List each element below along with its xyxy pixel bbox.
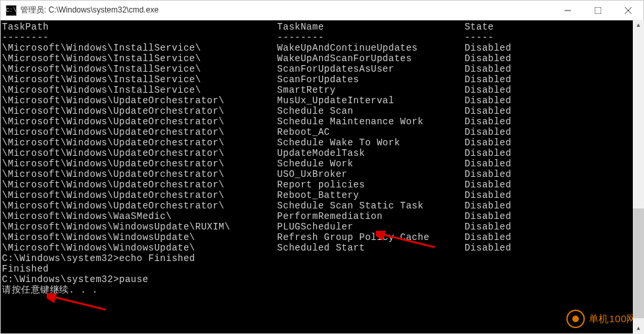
watermark-logo-icon bbox=[566, 310, 585, 328]
watermark: 单机100网 bbox=[566, 310, 637, 328]
terminal-output[interactable]: TaskPath TaskName State-------- --------… bbox=[1, 20, 643, 333]
cmd-window: C:\ 管理员: C:\Windows\system32\cmd.exe Tas… bbox=[0, 0, 644, 334]
terminal-line: \Microsoft\Windows\InstallService\ ScanF… bbox=[2, 74, 642, 85]
terminal-line: 请按任意键继续. . . bbox=[2, 285, 642, 295]
terminal-line: \Microsoft\Windows\InstallService\ Smart… bbox=[2, 85, 642, 95]
terminal-line: \Microsoft\Windows\WindowsUpdate\ Schedu… bbox=[2, 243, 642, 253]
close-button[interactable] bbox=[613, 1, 643, 20]
terminal-line: C:\Windows\system32>pause bbox=[2, 274, 642, 285]
terminal-line: \Microsoft\Windows\UpdateOrchestrator\ R… bbox=[2, 190, 642, 201]
minimize-button[interactable] bbox=[553, 1, 583, 20]
terminal-line: TaskPath TaskName State bbox=[2, 22, 642, 32]
terminal-line: \Microsoft\Windows\UpdateOrchestrator\ S… bbox=[2, 137, 642, 148]
terminal-line: \Microsoft\Windows\WindowsUpdate\ Refres… bbox=[2, 232, 642, 243]
terminal-line: \Microsoft\Windows\InstallService\ WakeU… bbox=[2, 53, 642, 64]
titlebar[interactable]: C:\ 管理员: C:\Windows\system32\cmd.exe bbox=[1, 1, 643, 20]
terminal-line: \Microsoft\Windows\UpdateOrchestrator\ U… bbox=[2, 148, 642, 158]
terminal-line: \Microsoft\Windows\WaaSMedic\ PerformRem… bbox=[2, 211, 642, 222]
terminal-line: \Microsoft\Windows\UpdateOrchestrator\ R… bbox=[2, 127, 642, 137]
maximize-button[interactable] bbox=[583, 1, 613, 20]
terminal-line: \Microsoft\Windows\UpdateOrchestrator\ S… bbox=[2, 116, 642, 127]
terminal-line: \Microsoft\Windows\UpdateOrchestrator\ M… bbox=[2, 95, 642, 106]
terminal-line: -------- -------- ----- bbox=[2, 32, 642, 43]
svg-rect-1 bbox=[595, 7, 601, 14]
terminal-line: \Microsoft\Windows\WindowsUpdate\RUXIM\ … bbox=[2, 222, 642, 232]
terminal-line: Finished bbox=[2, 264, 642, 274]
arrow-annotation-2 bbox=[47, 293, 109, 313]
terminal-line: \Microsoft\Windows\UpdateOrchestrator\ R… bbox=[2, 179, 642, 190]
vertical-scrollbar[interactable]: ▲ ▲ bbox=[633, 20, 644, 334]
terminal-line: \Microsoft\Windows\UpdateOrchestrator\ S… bbox=[2, 201, 642, 211]
scrollbar-up-icon[interactable]: ▲ bbox=[633, 20, 644, 31]
scrollbar-down-icon[interactable]: ▲ bbox=[633, 323, 644, 334]
window-controls bbox=[553, 1, 643, 20]
terminal-line: C:\Windows\system32>echo Finished bbox=[2, 253, 642, 264]
svg-line-5 bbox=[52, 297, 106, 310]
cmd-icon: C:\ bbox=[6, 5, 16, 16]
terminal-line: \Microsoft\Windows\UpdateOrchestrator\ S… bbox=[2, 106, 642, 116]
terminal-line: \Microsoft\Windows\InstallService\ WakeU… bbox=[2, 43, 642, 53]
watermark-text: 单机100网 bbox=[589, 314, 637, 324]
terminal-line: \Microsoft\Windows\UpdateOrchestrator\ U… bbox=[2, 169, 642, 179]
window-title: 管理员: C:\Windows\system32\cmd.exe bbox=[20, 5, 553, 16]
terminal-line: \Microsoft\Windows\InstallService\ ScanF… bbox=[2, 64, 642, 74]
scrollbar-thumb[interactable] bbox=[633, 208, 644, 318]
terminal-line: \Microsoft\Windows\UpdateOrchestrator\ S… bbox=[2, 158, 642, 169]
